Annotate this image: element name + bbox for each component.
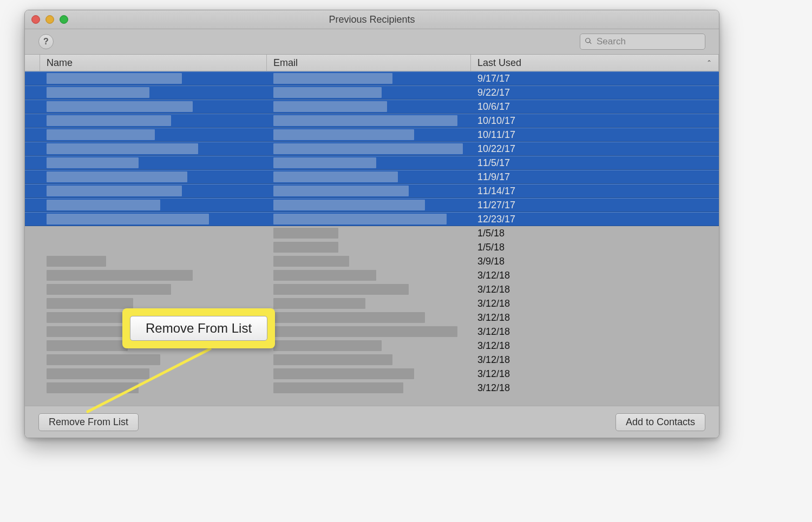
table-row[interactable]: 11/9/17: [25, 170, 719, 184]
redacted-name: [47, 214, 209, 224]
table-row[interactable]: 11/14/17: [25, 184, 719, 198]
redacted-name: [47, 368, 149, 379]
header-email[interactable]: Email: [267, 55, 471, 71]
header-last-used[interactable]: Last Used ⌃: [471, 55, 719, 71]
search-field[interactable]: [580, 34, 705, 50]
redacted-email: [273, 73, 392, 84]
last-used-value: 9/22/17: [477, 87, 510, 98]
last-used-value: 10/6/17: [477, 101, 510, 113]
redacted-email: [273, 284, 409, 295]
last-used-value: 3/12/18: [477, 326, 510, 338]
table-header: Name Email Last Used ⌃: [25, 55, 719, 71]
last-used-value: 11/9/17: [477, 171, 510, 183]
bottom-toolbar: Remove From List Add to Contacts: [25, 406, 719, 438]
last-used-value: 11/27/17: [477, 200, 515, 211]
redacted-email: [273, 298, 365, 309]
titlebar: Previous Recipients: [25, 10, 719, 29]
table-row[interactable]: 10/10/17: [25, 114, 719, 128]
redacted-email: [273, 354, 392, 365]
table-row[interactable]: 12/23/17: [25, 212, 719, 226]
table-row[interactable]: 1/5/18: [25, 226, 719, 240]
table-row[interactable]: 11/27/17: [25, 198, 719, 212]
remove-from-list-button[interactable]: Remove From List: [38, 413, 139, 431]
window-title: Previous Recipients: [25, 14, 719, 25]
table-row[interactable]: 10/11/17: [25, 128, 719, 142]
table-row[interactable]: 3/12/18: [25, 381, 719, 395]
redacted-name: [47, 143, 198, 154]
last-used-value: 10/10/17: [477, 115, 515, 127]
search-input[interactable]: [595, 36, 712, 48]
redacted-email: [273, 270, 376, 281]
redacted-email: [273, 87, 382, 98]
last-used-value: 3/12/18: [477, 382, 510, 394]
minimize-window-button[interactable]: [45, 15, 54, 24]
zoom-window-button[interactable]: [60, 15, 68, 24]
redacted-name: [47, 270, 193, 281]
redacted-name: [47, 298, 133, 309]
redacted-email: [273, 101, 387, 112]
redacted-email: [273, 382, 403, 393]
table-row[interactable]: 11/5/17: [25, 156, 719, 170]
last-used-value: 3/12/18: [477, 312, 510, 323]
table-row[interactable]: 9/17/17: [25, 71, 719, 85]
table-row[interactable]: 10/22/17: [25, 142, 719, 156]
redacted-email: [273, 115, 457, 126]
redacted-name: [47, 115, 171, 126]
callout-remove-button: Remove From List: [130, 316, 267, 341]
previous-recipients-window: Previous Recipients ? Name Email Last Us…: [24, 10, 719, 438]
redacted-email: [273, 256, 349, 267]
last-used-value: 3/9/18: [477, 256, 505, 267]
redacted-name: [47, 73, 182, 84]
header-gutter: [25, 55, 40, 71]
last-used-value: 3/12/18: [477, 368, 510, 380]
table-row[interactable]: 1/5/18: [25, 240, 719, 254]
last-used-value: 1/5/18: [477, 228, 505, 239]
last-used-value: 3/12/18: [477, 354, 510, 366]
redacted-email: [273, 129, 414, 140]
table-row[interactable]: 3/12/18: [25, 268, 719, 282]
table-row[interactable]: 3/12/18: [25, 282, 719, 296]
toolbar: ?: [25, 29, 719, 55]
redacted-email: [273, 326, 457, 337]
search-icon: [585, 36, 592, 48]
last-used-value: 11/14/17: [477, 186, 515, 197]
redacted-email: [273, 157, 376, 168]
last-used-value: 11/5/17: [477, 157, 510, 169]
redacted-name: [47, 129, 155, 140]
table-row[interactable]: 3/12/18: [25, 353, 719, 367]
redacted-name: [47, 101, 193, 112]
help-button[interactable]: ?: [38, 34, 54, 49]
redacted-email: [273, 186, 409, 196]
last-used-value: 1/5/18: [477, 242, 505, 253]
recipients-table[interactable]: 9/17/179/22/1710/6/1710/10/1710/11/1710/…: [25, 71, 719, 406]
window-controls: [31, 15, 68, 24]
header-name[interactable]: Name: [40, 55, 267, 71]
redacted-name: [47, 200, 160, 210]
last-used-value: 3/12/18: [477, 298, 510, 309]
redacted-email: [273, 340, 382, 351]
redacted-name: [47, 382, 139, 393]
table-row[interactable]: 10/6/17: [25, 100, 719, 114]
header-last-used-label: Last Used: [477, 57, 521, 69]
table-row[interactable]: 3/9/18: [25, 254, 719, 268]
last-used-value: 10/11/17: [477, 129, 515, 141]
redacted-email: [273, 200, 425, 210]
redacted-email: [273, 228, 338, 239]
redacted-email: [273, 214, 447, 224]
close-window-button[interactable]: [31, 15, 40, 24]
last-used-value: 9/17/17: [477, 73, 510, 84]
last-used-value: 12/23/17: [477, 214, 515, 225]
redacted-name: [47, 354, 160, 365]
last-used-value: 10/22/17: [477, 143, 515, 155]
redacted-name: [47, 171, 187, 182]
redacted-email: [273, 368, 414, 379]
table-row[interactable]: 9/22/17: [25, 85, 719, 100]
redacted-email: [273, 312, 425, 323]
redacted-name: [47, 256, 106, 267]
table-row[interactable]: 3/12/18: [25, 367, 719, 381]
sort-ascending-icon: ⌃: [706, 59, 712, 67]
redacted-email: [273, 143, 463, 154]
add-to-contacts-button[interactable]: Add to Contacts: [615, 413, 705, 431]
callout-highlight: Remove From List: [122, 308, 275, 348]
last-used-value: 3/12/18: [477, 340, 510, 352]
